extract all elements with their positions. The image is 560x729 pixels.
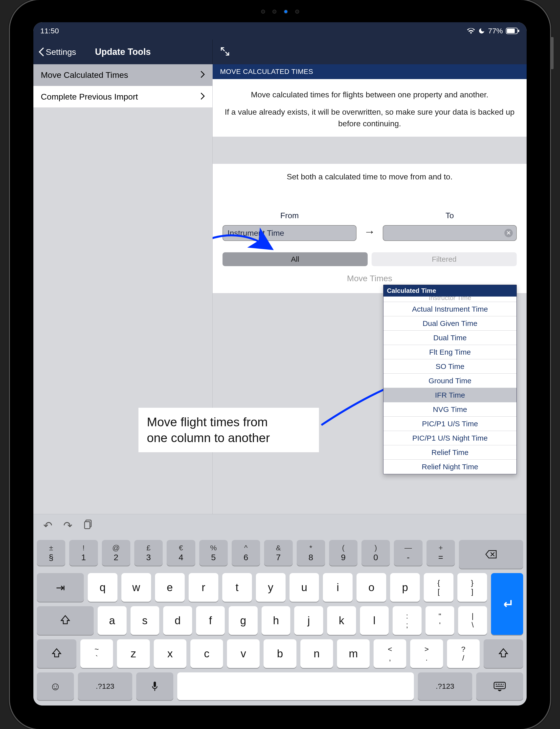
key-n[interactable]: n bbox=[300, 639, 333, 668]
dropdown-item[interactable]: IFR Time bbox=[383, 388, 516, 402]
to-input[interactable]: ✕ bbox=[383, 225, 517, 241]
key-][interactable]: }] bbox=[457, 573, 487, 602]
expand-icon[interactable] bbox=[220, 46, 230, 57]
detail-nav-bar bbox=[213, 40, 527, 64]
key-b[interactable]: b bbox=[264, 639, 296, 668]
dropdown-item[interactable]: PIC/P1 U/S Time bbox=[383, 416, 516, 431]
dropdown-item[interactable]: Flt Eng Time bbox=[383, 345, 516, 359]
key-s[interactable]: s bbox=[131, 606, 159, 635]
key-i[interactable]: i bbox=[323, 573, 353, 602]
dropdown-item-partial[interactable]: Instructor Time bbox=[383, 297, 516, 302]
move-times-button[interactable]: Move Times bbox=[347, 274, 392, 283]
key-r[interactable]: r bbox=[189, 573, 218, 602]
dropdown-item[interactable]: Dual Given Time bbox=[383, 316, 516, 331]
undo-icon[interactable]: ↶ bbox=[43, 519, 52, 532]
key-dictation[interactable] bbox=[136, 672, 173, 700]
key-[[interactable]: {[ bbox=[424, 573, 453, 602]
key-2[interactable]: @2 bbox=[102, 540, 130, 566]
scope-segmented-control: All Filtered bbox=[223, 252, 517, 266]
key-=[interactable]: += bbox=[426, 540, 455, 566]
key-punct[interactable]: >. bbox=[410, 639, 443, 668]
camera-notch bbox=[241, 8, 320, 15]
dropdown-item[interactable]: Relief Night Time bbox=[383, 460, 516, 474]
key-g[interactable]: g bbox=[229, 606, 258, 635]
key-z[interactable]: z bbox=[117, 639, 150, 668]
key-l[interactable]: l bbox=[360, 606, 389, 635]
detail-pane: MOVE CALCULATED TIMES Move calculated ti… bbox=[213, 64, 527, 514]
dropdown-item[interactable]: Relief Time bbox=[383, 445, 516, 460]
key-v[interactable]: v bbox=[227, 639, 260, 668]
do-not-disturb-icon bbox=[478, 27, 485, 34]
dropdown-item[interactable]: SO Time bbox=[383, 359, 516, 373]
key-punct[interactable]: "' bbox=[426, 606, 454, 635]
svg-rect-4 bbox=[85, 522, 90, 528]
key-5[interactable]: %5 bbox=[199, 540, 228, 566]
clipboard-icon[interactable] bbox=[83, 519, 93, 532]
key-1[interactable]: !1 bbox=[69, 540, 98, 566]
key-0[interactable]: )0 bbox=[361, 540, 390, 566]
key-shift-right[interactable] bbox=[484, 639, 523, 668]
key-6[interactable]: ^6 bbox=[232, 540, 260, 566]
key-tab[interactable]: ⇥ bbox=[37, 573, 84, 602]
key-punct[interactable]: :; bbox=[393, 606, 422, 635]
section-header: MOVE CALCULATED TIMES bbox=[213, 64, 527, 79]
sidebar-item-move-calculated-times[interactable]: Move Calculated Times bbox=[33, 64, 212, 86]
key-space[interactable] bbox=[177, 672, 414, 700]
key-d[interactable]: d bbox=[163, 606, 192, 635]
key-m[interactable]: m bbox=[337, 639, 370, 668]
key-y[interactable]: y bbox=[256, 573, 286, 602]
key-shift-left[interactable] bbox=[37, 639, 76, 668]
key-punct[interactable]: ?/ bbox=[447, 639, 480, 668]
key-4[interactable]: €4 bbox=[167, 540, 195, 566]
key-t[interactable]: t bbox=[222, 573, 252, 602]
key--[interactable]: —- bbox=[394, 540, 422, 566]
form-panel: Set both a calculated time to move from … bbox=[213, 164, 527, 293]
dropdown-item[interactable]: Actual Instrument Time bbox=[383, 302, 516, 316]
key-k[interactable]: k bbox=[327, 606, 356, 635]
key-9[interactable]: (9 bbox=[329, 540, 358, 566]
key-c[interactable]: c bbox=[190, 639, 223, 668]
key-§[interactable]: ±§ bbox=[37, 540, 65, 566]
key-return[interactable] bbox=[491, 573, 523, 635]
key-p[interactable]: p bbox=[390, 573, 420, 602]
key-x[interactable]: x bbox=[154, 639, 186, 668]
key-punct[interactable]: <, bbox=[374, 639, 406, 668]
key-punct[interactable]: |\ bbox=[458, 606, 487, 635]
key-w[interactable]: w bbox=[121, 573, 151, 602]
from-value: Instrument Time bbox=[227, 229, 284, 238]
key-j[interactable]: j bbox=[294, 606, 323, 635]
key-numeric-right[interactable]: .?123 bbox=[418, 672, 472, 700]
key-o[interactable]: o bbox=[357, 573, 386, 602]
description-1: Move calculated times for flights betwee… bbox=[220, 89, 519, 100]
key-backspace[interactable] bbox=[459, 540, 523, 569]
status-bar: 11:50 77% bbox=[33, 22, 527, 40]
key-q[interactable]: q bbox=[88, 573, 117, 602]
key-u[interactable]: u bbox=[290, 573, 319, 602]
battery-icon bbox=[506, 28, 520, 34]
dropdown-item[interactable]: NVG Time bbox=[383, 402, 516, 416]
key-a[interactable]: a bbox=[98, 606, 127, 635]
from-input[interactable]: Instrument Time bbox=[223, 225, 357, 241]
redo-icon[interactable]: ↷ bbox=[63, 519, 72, 532]
key-numeric-left[interactable]: .?123 bbox=[78, 672, 132, 700]
key-e[interactable]: e bbox=[155, 573, 185, 602]
key-emoji[interactable]: ☺ bbox=[37, 672, 74, 700]
dropdown-item[interactable]: PIC/P1 U/S Night Time bbox=[383, 431, 516, 445]
sidebar-item-complete-previous-import[interactable]: Complete Previous Import bbox=[33, 86, 212, 108]
key-backtick[interactable]: ~` bbox=[80, 639, 113, 668]
key-8[interactable]: *8 bbox=[297, 540, 325, 566]
key-3[interactable]: £3 bbox=[134, 540, 163, 566]
dropdown-item[interactable]: Ground Time bbox=[383, 373, 516, 388]
back-label: Settings bbox=[46, 47, 76, 57]
key-h[interactable]: h bbox=[262, 606, 291, 635]
segment-filtered[interactable]: Filtered bbox=[372, 252, 517, 266]
key-caps[interactable] bbox=[37, 606, 94, 635]
key-f[interactable]: f bbox=[196, 606, 225, 635]
back-button[interactable]: Settings bbox=[38, 47, 76, 57]
clear-icon[interactable]: ✕ bbox=[504, 229, 513, 237]
key-7[interactable]: &7 bbox=[264, 540, 292, 566]
segment-all[interactable]: All bbox=[223, 252, 368, 266]
dropdown-item[interactable]: Dual Time bbox=[383, 331, 516, 345]
wifi-icon bbox=[467, 28, 475, 34]
key-dismiss-keyboard[interactable] bbox=[476, 672, 523, 700]
